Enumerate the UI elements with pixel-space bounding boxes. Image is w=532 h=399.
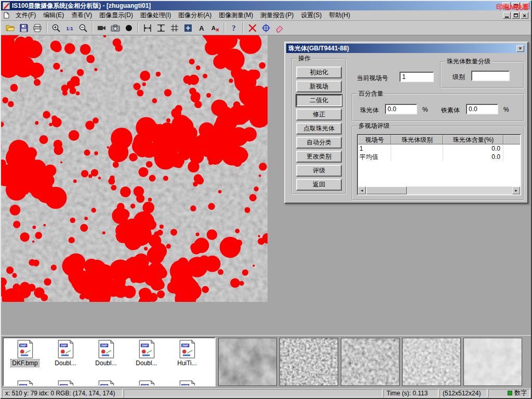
op-button-6[interactable]: 更改类别 <box>296 151 342 163</box>
print-icon <box>32 23 43 33</box>
toolbar-button-counter[interactable] <box>181 21 195 34</box>
bmp-file-icon: BMP <box>179 340 196 358</box>
status-mode-label: 数字 <box>514 389 527 397</box>
scroll-left-icon[interactable]: ◄ <box>358 187 366 194</box>
column-header-0[interactable]: 视场号 <box>358 135 391 144</box>
mdi-restore-icon <box>514 14 518 17</box>
image-thumbnail-4[interactable] <box>463 338 522 386</box>
file-item-partial[interactable]: BMP <box>126 380 167 387</box>
file-item[interactable]: BMPHuiTi... <box>167 340 207 380</box>
toolbar-button-zoom-in[interactable] <box>49 21 63 34</box>
op-button-8[interactable]: 返回 <box>296 179 342 191</box>
image-thumbnail-1[interactable] <box>280 338 338 386</box>
column-header-2[interactable]: 珠光体含量(%) <box>443 135 503 144</box>
toolbar-button-print[interactable] <box>31 21 44 34</box>
current-field-label: 当前视场号 <box>357 74 388 83</box>
toolbar-button-text-delete[interactable]: A <box>208 21 222 34</box>
menu-item-1[interactable]: 编辑(E) <box>39 9 68 21</box>
column-header-3[interactable]: 铁素体 <box>503 135 521 144</box>
op-button-1[interactable]: 新视场 <box>296 81 342 92</box>
scrollbar-thumb[interactable] <box>366 187 407 194</box>
svg-text:BMP: BMP <box>101 344 107 347</box>
pearlite-percent-input[interactable] <box>385 104 417 114</box>
minimize-button[interactable] <box>502 2 511 9</box>
ferrite-percent-input[interactable] <box>466 104 498 114</box>
file-item[interactable]: BMPDoubl... <box>126 340 167 380</box>
file-item-partial[interactable]: BMP <box>86 380 126 387</box>
op-button-4[interactable]: 点取珠光体 <box>296 123 342 135</box>
svg-text:?: ? <box>232 24 236 32</box>
menu-item-5[interactable]: 图像分析(A) <box>175 9 215 21</box>
current-field-input[interactable] <box>400 72 434 82</box>
rating-table[interactable]: 视场号珠光体级别珠光体含量(%)铁素体10.0平均值0.0 ◄ ► <box>357 134 521 195</box>
toolbar-button-cut-red[interactable] <box>246 21 259 34</box>
image-thumbnail-2[interactable] <box>341 338 400 386</box>
counter-icon <box>183 23 193 33</box>
menu-item-3[interactable]: 图像显示(D) <box>96 9 137 21</box>
menu-item-9[interactable]: 帮助(H) <box>325 9 354 21</box>
mdi-minimize-icon <box>505 17 509 18</box>
toolbar-button-crosshair-blue[interactable] <box>259 21 273 34</box>
toolbar-button-target-dot[interactable] <box>122 21 136 34</box>
measure-height-icon <box>156 23 166 33</box>
dialog-close-button[interactable]: × <box>516 45 524 52</box>
column-header-1[interactable]: 珠光体级别 <box>391 135 443 144</box>
image-thumbnail-3[interactable] <box>402 338 461 386</box>
file-item-partial[interactable]: BMP <box>5 380 45 387</box>
menu-item-7[interactable]: 测量报告(P) <box>257 9 297 21</box>
svg-text:BMP: BMP <box>182 344 188 347</box>
mdi-minimize-button[interactable] <box>503 12 511 19</box>
toolbar-button-eraser[interactable] <box>273 21 286 34</box>
op-button-0[interactable]: 初始化 <box>296 66 342 78</box>
file-item[interactable]: BMPDoubl... <box>45 340 86 380</box>
toolbar-button-help[interactable]: ? <box>227 21 241 34</box>
crosshair-blue-icon <box>261 23 271 33</box>
maximize-button[interactable] <box>512 2 520 9</box>
toolbar-button-actual-size[interactable]: 1:1 <box>63 21 76 34</box>
table-row-1[interactable]: 平均值0.0 <box>358 153 521 161</box>
metallograph-image[interactable] <box>1 35 268 302</box>
menu-item-6[interactable]: 图像测量(M) <box>215 9 257 21</box>
toolbar-button-zoom-out[interactable] <box>76 21 90 34</box>
status-resolution: (512x512x24) <box>440 389 487 397</box>
file-item[interactable]: BMPDKF.bmp <box>5 340 45 380</box>
toolbar-button-measure-width[interactable] <box>141 21 154 34</box>
actual-size-icon: 1:1 <box>64 23 75 33</box>
mdi-close-button[interactable]: × <box>521 12 528 19</box>
toolbar-button-snapshot[interactable] <box>109 21 122 34</box>
op-button-7[interactable]: 评级 <box>296 165 342 177</box>
toolbar-button-measure-height[interactable] <box>154 21 168 34</box>
dialog-title-bar[interactable]: 珠光体(GB/T9441-88) × <box>286 44 526 53</box>
table-row-0[interactable]: 10.0 <box>358 144 521 153</box>
toolbar-button-video-camera[interactable] <box>95 21 109 34</box>
status-mode: 数字 <box>488 389 530 397</box>
file-item-partial[interactable]: BMP <box>167 380 207 387</box>
menu-item-2[interactable]: 查看(V) <box>68 9 96 21</box>
file-item[interactable]: BMPDoubl... <box>86 340 126 380</box>
toolbar-button-measure-grid[interactable] <box>168 21 181 34</box>
menu-item-4[interactable]: 图像处理(I) <box>137 9 175 21</box>
op-button-2[interactable]: 二值化 <box>296 95 342 107</box>
scroll-right-icon[interactable]: ► <box>512 187 520 194</box>
table-cell <box>391 153 443 161</box>
op-button-3[interactable]: 修正 <box>296 109 342 121</box>
image-thumbnail-0[interactable] <box>218 338 277 386</box>
menu-items: 文件(F)编辑(E)查看(V)图像显示(D)图像处理(I)图像分析(A)图像测量… <box>12 9 354 21</box>
file-item-partial[interactable]: BMP <box>45 380 86 387</box>
menu-item-0[interactable]: 文件(F) <box>12 9 39 21</box>
toolbar-button-open[interactable] <box>4 21 17 34</box>
camera-status-icon <box>508 391 512 395</box>
mdi-window-controls: × <box>502 12 528 19</box>
toolbar-button-save[interactable] <box>17 21 31 34</box>
op-button-5[interactable]: 自动分类 <box>296 137 342 149</box>
mdi-restore-button[interactable] <box>512 12 520 19</box>
menu-item-8[interactable]: 设置(S) <box>297 9 325 21</box>
file-list[interactable]: BMPDKF.bmpBMPDoubl...BMPDoubl...BMPDoubl… <box>3 337 216 387</box>
close-button[interactable]: × <box>521 2 529 9</box>
level-input[interactable] <box>471 71 510 81</box>
text-delete-icon: A <box>210 23 220 33</box>
table-horizontal-scrollbar[interactable]: ◄ ► <box>358 187 520 194</box>
toolbar-button-text-label[interactable]: A <box>195 21 208 34</box>
close-icon: × <box>524 3 527 8</box>
measure-grid-icon <box>169 23 180 33</box>
